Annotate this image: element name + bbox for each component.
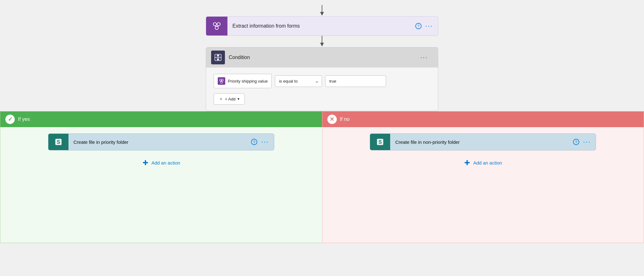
canvas: Extract information from forms ? ··· xyxy=(0,0,644,276)
branch-yes-content: S Create file in priority folder ? ··· xyxy=(0,127,322,234)
nonpriority-action-title: Create file in non-priority folder xyxy=(390,139,573,145)
operator-select[interactable]: is equal to is not equal to contains doe… xyxy=(275,75,322,87)
condition-body: Priority shipping value is equal to is n… xyxy=(206,68,438,111)
condition-card-actions: ··· xyxy=(420,54,433,61)
condition-card: Condition ··· xyxy=(206,47,438,111)
svg-marker-1 xyxy=(320,12,324,16)
svg-point-18 xyxy=(221,81,222,83)
svg-line-19 xyxy=(221,81,221,81)
svg-marker-15 xyxy=(216,54,220,56)
svg-rect-32 xyxy=(467,160,468,165)
branch-no: ✕ If no S Create file in non-priority fo… xyxy=(322,111,644,243)
svg-text:?: ? xyxy=(417,24,419,29)
add-icon: ＋ xyxy=(219,96,223,102)
extract-card-actions: ? ··· xyxy=(415,23,438,30)
condition-title: Condition xyxy=(229,55,420,60)
branch-no-label: If no xyxy=(340,116,350,122)
svg-point-17 xyxy=(221,79,223,81)
nonpriority-help-button[interactable]: ? xyxy=(573,139,579,145)
branches: ✓ If yes S Create file in priority folde… xyxy=(0,111,644,243)
condition-more-button[interactable]: ··· xyxy=(420,54,428,61)
priority-chip-icon xyxy=(218,77,225,85)
svg-line-20 xyxy=(221,81,222,81)
branch-no-content: S Create file in non-priority folder ? xyxy=(322,127,644,234)
sharepoint-priority-icon: S xyxy=(48,134,68,150)
top-arrow xyxy=(319,5,325,16)
svg-text:S: S xyxy=(57,139,60,145)
svg-marker-14 xyxy=(216,59,220,61)
nonpriority-action-buttons: ? ··· xyxy=(573,138,596,145)
condition-value-input[interactable] xyxy=(325,75,386,87)
top-flow: Extract information from forms ? ··· xyxy=(0,0,644,111)
branch-yes-header: ✓ If yes xyxy=(0,111,322,127)
nonpriority-action-card[interactable]: S Create file in non-priority folder ? xyxy=(370,133,596,150)
svg-point-2 xyxy=(213,23,216,26)
svg-text:?: ? xyxy=(253,140,255,144)
svg-rect-26 xyxy=(145,160,146,165)
x-icon: ✕ xyxy=(327,115,337,124)
add-condition-button[interactable]: ＋ + Add ▾ xyxy=(214,93,245,105)
nonpriority-more-button[interactable]: ··· xyxy=(583,138,591,145)
check-icon: ✓ xyxy=(5,115,15,124)
svg-text:?: ? xyxy=(575,140,577,144)
svg-point-3 xyxy=(217,23,220,26)
extract-card: Extract information from forms ? ··· xyxy=(206,16,438,36)
svg-line-6 xyxy=(217,26,219,26)
condition-icon xyxy=(211,51,225,64)
priority-action-buttons: ? ··· xyxy=(251,138,274,145)
svg-text:S: S xyxy=(379,139,382,145)
extract-help-button[interactable]: ? xyxy=(415,23,422,29)
priority-chip-label: Priority shipping value xyxy=(228,79,268,84)
svg-marker-10 xyxy=(320,43,324,46)
priority-action-card[interactable]: S Create file in priority folder ? ··· xyxy=(48,133,274,150)
add-action-no-label: Add an action xyxy=(473,160,502,165)
svg-point-16 xyxy=(220,79,221,81)
add-action-yes-label: Add an action xyxy=(151,160,180,165)
priority-action-title: Create file in priority folder xyxy=(68,139,251,145)
add-action-no-button[interactable]: Add an action xyxy=(464,155,502,170)
branch-yes: ✓ If yes S Create file in priority folde… xyxy=(0,111,322,243)
chevron-down-icon: ▾ xyxy=(237,97,239,101)
sharepoint-nonpriority-icon: S xyxy=(370,134,390,150)
branch-no-header: ✕ If no xyxy=(322,111,644,127)
priority-help-button[interactable]: ? xyxy=(251,139,257,145)
priority-chip[interactable]: Priority shipping value xyxy=(214,74,272,88)
extract-card-title: Extract information from forms xyxy=(227,23,415,29)
extract-icon xyxy=(206,17,227,35)
condition-header: Condition ··· xyxy=(206,47,438,68)
svg-point-4 xyxy=(215,26,218,30)
condition-row: Priority shipping value is equal to is n… xyxy=(214,74,430,88)
add-action-yes-button[interactable]: Add an action xyxy=(142,155,180,170)
middle-arrow xyxy=(319,36,325,47)
operator-select-wrap[interactable]: is equal to is not equal to contains doe… xyxy=(275,75,322,87)
branch-yes-label: If yes xyxy=(18,116,30,122)
svg-line-5 xyxy=(215,26,217,26)
extract-more-button[interactable]: ··· xyxy=(425,23,433,30)
priority-more-button[interactable]: ··· xyxy=(261,138,269,145)
